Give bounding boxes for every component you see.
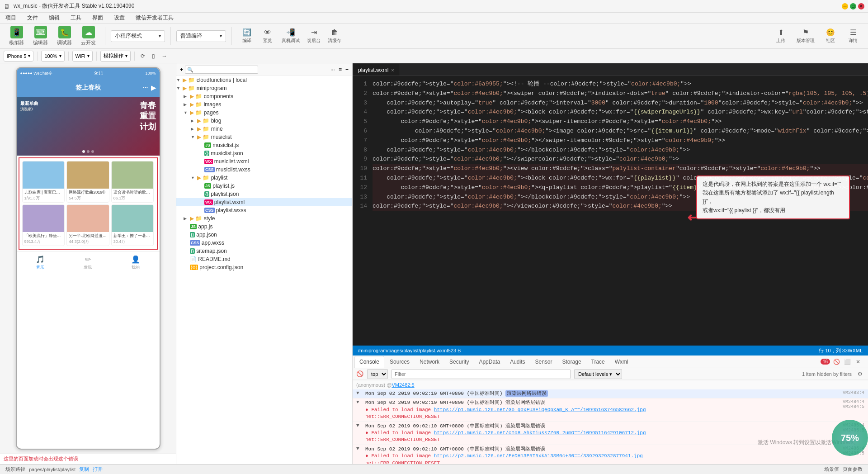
tree-item-app_json[interactable]: {} app.json (176, 231, 352, 239)
menu-file[interactable]: 文件 (25, 13, 40, 23)
maximize-button[interactable]: □ (850, 3, 856, 9)
tree-item-app_js[interactable]: JS app.js (176, 223, 352, 231)
console-settings-icon[interactable]: ⚙ (855, 370, 864, 379)
debugger-button[interactable]: 🐛 调试器 (53, 24, 75, 48)
scene-value[interactable]: 场景值 (824, 466, 839, 473)
menu-wechat[interactable]: 微信开发者工具 (134, 13, 175, 23)
portrait-button[interactable]: ▯ (149, 52, 158, 61)
frame-select[interactable]: top (367, 369, 388, 379)
grid-item-3[interactable]: 适合读书时听的欧美小调 86.1万 (111, 161, 154, 203)
editor-button[interactable]: ⌨ 编辑器 (29, 24, 52, 48)
simulator-button[interactable]: 📱 模拟器 (5, 24, 28, 48)
page-params[interactable]: 页面参数 (843, 466, 863, 473)
level-select[interactable]: Default levels ▾ (574, 369, 622, 379)
expand-icon-4[interactable]: ▼ (356, 446, 362, 451)
console-source-1[interactable]: VM2483:4 (843, 390, 864, 395)
console-source-2[interactable]: VM2484:4VM2484:5 (843, 399, 864, 409)
console-row-2[interactable]: ▼ Mon Sep 02 2019 09:02:10 GMT+0800 (中国标… (353, 398, 868, 422)
forward-button[interactable]: → (160, 52, 169, 61)
mode-select[interactable]: 小程序模式 ▾ (111, 30, 165, 42)
tree-item-playlist_js[interactable]: JS playlist.js (176, 182, 352, 190)
tab-network[interactable]: Network (415, 356, 444, 368)
tree-dots-icon[interactable]: ··· (330, 66, 335, 73)
tab-security[interactable]: Security (445, 356, 473, 368)
console-row-1[interactable]: ▼ Mon Sep 02 2019 09:02:10 GMT+0800 (中国标… (353, 389, 868, 398)
tree-item-musiclist_wxss[interactable]: CSS musiclist.wxss (176, 166, 352, 174)
tree-item-sitemap_json[interactable]: {} sitemap.json (176, 247, 352, 255)
tree-item-musiclist_js[interactable]: JS musiclist.js (176, 141, 352, 149)
refresh-button[interactable]: 🔄 编译 (237, 27, 256, 45)
nav-play-icon[interactable]: ▶ (151, 84, 156, 91)
console-filter-input[interactable] (392, 369, 571, 379)
menu-interface[interactable]: 界面 (90, 13, 105, 23)
tree-item-cloudfunctions[interactable]: ▼▶ 📁 cloudfunctions | local (176, 76, 352, 84)
compile-select[interactable]: 普通编译 ▾ (176, 30, 226, 42)
menu-project[interactable]: 项目 (4, 13, 18, 23)
tree-item-playlist[interactable]: ▼▶ 📁 playlist (176, 174, 352, 182)
tab-sensor[interactable]: Sensor (531, 356, 557, 368)
grid-item-1[interactable]: 儿歌曲库 | 宝宝巴士&儿歌大全 1/91.3万 (22, 161, 65, 203)
cloud-button[interactable]: ☁ 云开发 (77, 24, 99, 48)
realtest-button[interactable]: 📲 真机调试 (279, 27, 302, 45)
tree-item-blog[interactable]: ▶▶ 📁 blog (176, 117, 352, 125)
open-link[interactable]: 打开 (93, 466, 103, 473)
menu-settings[interactable]: 设置 (112, 13, 127, 23)
tab-appdata[interactable]: AppData (474, 356, 505, 368)
tab-sources[interactable]: Sources (385, 356, 414, 368)
rotate-button[interactable]: ⟳ (138, 52, 147, 61)
tab-trace[interactable]: Trace (587, 356, 609, 368)
close-button[interactable]: × (858, 3, 864, 9)
tab-mine[interactable]: 👤 我的 (112, 252, 159, 273)
grid-item-6[interactable]: 新学王：撩了一暑假的心小事... 30.4万 (111, 204, 154, 246)
tree-search-input[interactable] (185, 66, 258, 74)
community-button[interactable]: 😊 社区 (821, 27, 840, 45)
preview-button[interactable]: 👁 预览 (258, 27, 277, 45)
tree-item-miniprogram[interactable]: ▼▶ 📁 miniprogram (176, 84, 352, 92)
action-select[interactable]: 模拟操作 ▾ (100, 51, 131, 62)
tab-discover[interactable]: ✏ 发现 (64, 252, 112, 273)
tree-item-playlist_json[interactable]: {} playlist.json (176, 190, 352, 198)
tree-item-playlist_wxss[interactable]: CSS playlist.wxss (176, 206, 352, 214)
close-tab-icon[interactable]: × (391, 67, 394, 73)
tab-wxml[interactable]: Wxml (610, 356, 633, 368)
clear-button[interactable]: 🗑 清缓存 (325, 27, 344, 45)
copy-link[interactable]: 复制 (79, 466, 89, 473)
tree-item-musiclist_json[interactable]: {} musiclist.json (176, 149, 352, 157)
tab-console[interactable]: Console (354, 356, 384, 368)
minimize-button[interactable]: ─ (842, 3, 848, 9)
network-select[interactable]: WiFi ▾ (72, 51, 93, 62)
tree-item-playlist_wxml[interactable]: WX playlist.wxml (176, 198, 352, 206)
tab-storage[interactable]: Storage (558, 356, 586, 368)
console-clear-icon[interactable]: 🚫 (832, 357, 841, 366)
console-close-icon[interactable]: ✕ (854, 357, 863, 366)
upload-button[interactable]: ⬆ 上传 (771, 27, 790, 45)
tree-item-app_wxss[interactable]: CSS app.wxss (176, 239, 352, 247)
tree-add-icon[interactable]: + (180, 66, 183, 73)
console-resize-icon[interactable]: ⬜ (843, 357, 852, 366)
menu-edit[interactable]: 编辑 (47, 13, 61, 23)
tree-lines-icon[interactable]: ≡ (339, 66, 342, 73)
menu-tools[interactable]: 工具 (69, 13, 83, 23)
tab-audits[interactable]: Audits (505, 356, 529, 368)
anon-link[interactable]: VM2482:5 (392, 382, 414, 388)
tree-item-style[interactable]: ▶▶ 📁 style (176, 214, 352, 223)
device-select[interactable]: iPhone 5 ▾ (4, 51, 33, 62)
grid-item-5[interactable]: 另一半:北欧网遥漫步在乡间小路... 44.3(2.0)万 (66, 204, 109, 246)
tree-item-components[interactable]: ▶▶ 📁 components (176, 92, 352, 100)
tree-plus-icon[interactable]: + (345, 66, 349, 73)
tree-item-musiclist_wxml[interactable]: WX musiclist.wxml (176, 157, 352, 166)
tree-item-musiclist[interactable]: ▼▶ 📁 musiclist (176, 133, 352, 141)
detail-button[interactable]: ☰ 详情 (844, 27, 863, 45)
grid-item-2[interactable]: 网络流行歌曲2019© 54.5万 (66, 161, 109, 203)
tree-item-readme[interactable]: 📄 README.md (176, 255, 352, 263)
editor-tab-playlist-wxml[interactable]: playlist.wxml × (353, 64, 400, 76)
console-row-4[interactable]: ▼ Mon Sep 02 2019 09:02:10 GMT+0800 (中国标… (353, 445, 868, 464)
zoom-select[interactable]: 100% ▾ (41, 51, 64, 62)
tree-item-images[interactable]: ▶▶ 📁 images (176, 100, 352, 109)
cutback-button[interactable]: ⇥ 切后台 (304, 27, 323, 45)
console-content[interactable]: ▼ Mon Sep 02 2019 09:02:10 GMT+0800 (中国标… (353, 389, 868, 464)
nav-dots-icon[interactable]: ··· (143, 84, 148, 91)
expand-icon-2[interactable]: ▼ (356, 399, 362, 405)
tab-music[interactable]: 🎵 音乐 (17, 252, 64, 273)
tree-item-project_config[interactable]: {⚙} project.config.json (176, 263, 352, 271)
